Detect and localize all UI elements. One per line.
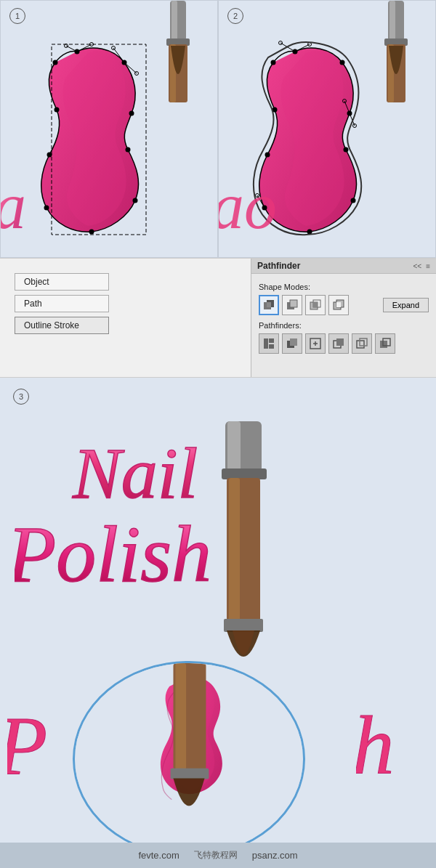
pathfinder-panel: Pathfinder << ≡ Shape Modes: (251, 259, 436, 377)
svg-rect-56 (290, 300, 297, 307)
svg-point-38 (265, 153, 270, 158)
shape-mode-unite[interactable] (259, 295, 279, 315)
svg-rect-73 (380, 341, 387, 348)
svg-point-9 (126, 147, 131, 153)
shape-modes-row: Expand (259, 295, 429, 315)
watermark: fevte.com 飞特教程网 psanz.com (0, 843, 436, 868)
shape-mode-exclude[interactable] (328, 295, 349, 315)
pathfinder-divide[interactable] (259, 333, 279, 354)
pink-text-bg-2: ao (219, 170, 436, 257)
top-section: 1 (0, 0, 436, 258)
panel-2: 2 (218, 0, 436, 258)
svg-point-34 (344, 147, 349, 153)
svg-rect-1 (171, 1, 177, 41)
pathfinder-trim[interactable] (282, 333, 302, 354)
titlebar-controls: << ≡ (413, 262, 430, 270)
pathfinder-outline[interactable] (352, 333, 372, 354)
magnifier-content (75, 663, 303, 855)
pink-text-bg-1: a (1, 170, 146, 257)
circle-magnifier (73, 661, 305, 857)
svg-point-32 (340, 60, 345, 65)
svg-rect-82 (224, 619, 263, 632)
panel-2-number: 2 (227, 8, 243, 24)
pathfinders-row (259, 333, 429, 354)
svg-point-14 (54, 108, 60, 113)
svg-rect-64 (269, 338, 274, 343)
menu-panel: Object Path Outline Stroke (0, 259, 251, 377)
svg-text:h: h (356, 699, 395, 784)
watermark-chinese: 飞特教程网 (194, 849, 238, 861)
pathfinder-title: Pathfinder (257, 261, 300, 271)
watermark-site1: fevte.com (138, 850, 179, 861)
svg-text:a: a (1, 170, 26, 242)
panel-3-number: 3 (13, 389, 29, 405)
svg-rect-27 (389, 1, 395, 41)
svg-text:P: P (7, 699, 47, 784)
pathfinders-label: Pathfinders: (259, 321, 429, 330)
menu-btn[interactable]: ≡ (426, 262, 430, 270)
svg-rect-54 (267, 302, 271, 307)
pathfinder-body: Shape Modes: Expand (251, 274, 436, 360)
svg-rect-63 (264, 338, 268, 349)
p-letter: P (7, 697, 94, 784)
panel-1: 1 (0, 0, 218, 258)
menu-item-outline-stroke[interactable]: Outline Stroke (15, 317, 109, 334)
h-letter: h (356, 697, 429, 784)
watermark-site2: psanz.com (252, 850, 298, 861)
svg-rect-71 (357, 341, 364, 348)
svg-rect-72 (360, 338, 367, 346)
collapse-btn[interactable]: << (413, 262, 421, 270)
menu-item-object[interactable]: Object (15, 273, 109, 291)
svg-rect-62 (336, 302, 341, 307)
svg-rect-85 (175, 663, 186, 770)
panel-1-number: 1 (9, 8, 25, 24)
brush-3 (174, 421, 312, 697)
shape-mode-minus-front[interactable] (282, 295, 302, 315)
svg-rect-81 (229, 478, 240, 623)
svg-point-8 (129, 111, 134, 116)
svg-point-15 (53, 60, 58, 65)
svg-text:ao: ao (219, 170, 277, 242)
pathfinder-merge[interactable] (305, 333, 326, 354)
svg-point-13 (47, 153, 52, 158)
pathfinder-titlebar: Pathfinder << ≡ (251, 259, 436, 274)
shape-modes-label: Shape Modes: (259, 283, 429, 291)
pathfinder-crop[interactable] (328, 333, 349, 354)
svg-rect-67 (290, 338, 297, 346)
pathfinder-minus-back[interactable] (375, 333, 395, 354)
shape-mode-intersect[interactable] (305, 295, 326, 315)
svg-rect-78 (227, 421, 241, 472)
expand-button[interactable]: Expand (383, 298, 429, 312)
svg-rect-70 (336, 338, 344, 346)
svg-rect-65 (269, 344, 274, 349)
svg-rect-86 (171, 768, 209, 779)
bottom-section: 3 Nail Polish (0, 378, 436, 868)
svg-point-40 (271, 60, 276, 65)
svg-rect-79 (222, 469, 267, 479)
svg-rect-59 (313, 302, 318, 307)
middle-section: Object Path Outline Stroke Pathfinder <<… (0, 258, 436, 378)
menu-item-path[interactable]: Path (15, 295, 109, 312)
